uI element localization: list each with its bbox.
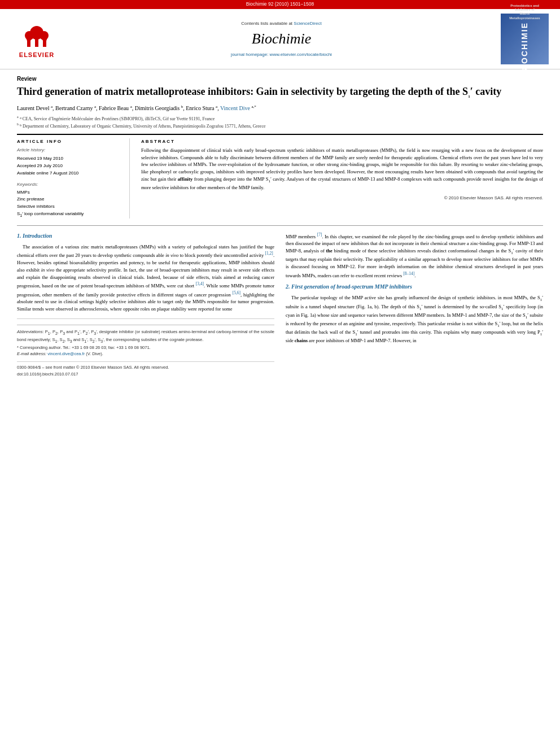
journal-title: Biochimie — [68, 29, 495, 49]
contents-available-line: Contents lists available at ScienceDirec… — [68, 20, 495, 27]
elsevier-logo: ELSEVIER — [11, 19, 62, 59]
section1-title: 1. Introduction — [17, 231, 274, 240]
keyword-4: S1′ loop conformational variability — [17, 211, 121, 219]
keyword-2: Zinc protease — [17, 196, 121, 203]
footnotes: Abbreviations: P1, P2, P3 and P1′, P2′, … — [17, 318, 274, 357]
footnote-corresponding: * Corresponding author. Tel.: +33 1 69 0… — [17, 344, 274, 351]
footer-issn: 0300-9084/$ – see front matter © 2010 El… — [17, 364, 274, 370]
svg-point-7 — [42, 37, 47, 41]
journal-homepage: journal homepage: www.elsevier.com/locat… — [68, 51, 495, 58]
keywords-label: Keywords: — [17, 181, 121, 187]
section1-paragraph1: The association of a various zinc matrix… — [17, 243, 274, 313]
svg-point-5 — [27, 37, 31, 41]
article-dates: Received 19 May 2010 Accepted 29 July 20… — [17, 155, 121, 177]
article-history-label: Article history: — [17, 147, 121, 153]
article-type-label: Review — [17, 75, 543, 83]
article-info-abstract-row: ARTICLE INFO Article history: Received 1… — [17, 134, 543, 219]
section1-paragraph2: MMP members [7]. In this chapter, we exa… — [286, 231, 543, 279]
svg-rect-0 — [35, 38, 38, 47]
section2-paragraph1: The particular topology of the MMP activ… — [286, 294, 543, 344]
received-date: Received 19 May 2010 — [17, 155, 121, 163]
accepted-date: Accepted 29 July 2010 — [17, 163, 121, 170]
content-column-right: MMP members [7]. In this chapter, we exa… — [286, 231, 543, 377]
journal-header: ELSEVIER Contents lists available at Sci… — [0, 9, 560, 69]
article-title: Third generation of matrix metalloprotea… — [17, 85, 543, 99]
footnote-email: E-mail address: vincent.dive@cea.fr (V. … — [17, 351, 274, 357]
article-info-heading: ARTICLE INFO — [17, 138, 121, 145]
abstract-text: Following the disappointment of clinical… — [141, 147, 543, 191]
article-footer: 0300-9084/$ – see front matter © 2010 El… — [17, 361, 274, 377]
keyword-3: Selective inhibitors — [17, 203, 121, 211]
abstract-column: ABSTRACT Following the disappointment of… — [141, 138, 543, 219]
journal-cover-image: Proteobiotics andInhibitors ofMatrixMeta… — [501, 14, 549, 64]
journal-image-caption: Proteobiotics andInhibitors ofMatrixMeta… — [509, 4, 540, 20]
main-article-content: 1. Introduction The association of a var… — [17, 225, 543, 377]
elsevier-tree-icon — [17, 19, 56, 50]
journal-citation-bar: Biochimie 92 (2010) 1501–1508 — [0, 0, 560, 9]
copyright-line: © 2010 Elsevier Masson SAS. All rights r… — [141, 195, 543, 201]
journal-citation-text: Biochimie 92 (2010) 1501–1508 — [246, 1, 314, 7]
elsevier-wordmark: ELSEVIER — [19, 51, 54, 59]
footer-doi: doi:10.1016/j.biochi.2010.07.017 — [17, 371, 274, 377]
abstract-heading: ABSTRACT — [141, 138, 543, 145]
available-date: Available online 7 August 2010 — [17, 170, 121, 177]
footnote-abbreviations: Abbreviations: P1, P2, P3 and P1′, P2′, … — [17, 329, 274, 344]
authors-line: Laurent Devel a, Bertrand Czarny a, Fabr… — [17, 104, 543, 112]
sciencedirect-link[interactable]: ScienceDirect — [294, 21, 321, 26]
journal-center-info: Contents lists available at ScienceDirec… — [68, 20, 495, 58]
affiliations: a ᵃ CEA, Service d’Ingénierie Moléculair… — [17, 115, 543, 129]
biochimie-vertical-label: BIOCHIMIE — [519, 22, 531, 74]
section2-title: 2. First generation of broad-spectrum MM… — [286, 282, 543, 291]
content-column-left: 1. Introduction The association of a var… — [17, 231, 274, 377]
keywords-list: MMPs Zinc protease Selective inhibitors … — [17, 189, 121, 219]
article-body: Review Third generation of matrix metall… — [0, 69, 560, 383]
affiliation-b: b ᵇ Department of Chemistry, Laboratory … — [17, 122, 543, 129]
keyword-1: MMPs — [17, 189, 121, 196]
article-info-column: ARTICLE INFO Article history: Received 1… — [17, 138, 130, 219]
affiliation-a: a ᵃ CEA, Service d’Ingénierie Moléculair… — [17, 115, 543, 122]
